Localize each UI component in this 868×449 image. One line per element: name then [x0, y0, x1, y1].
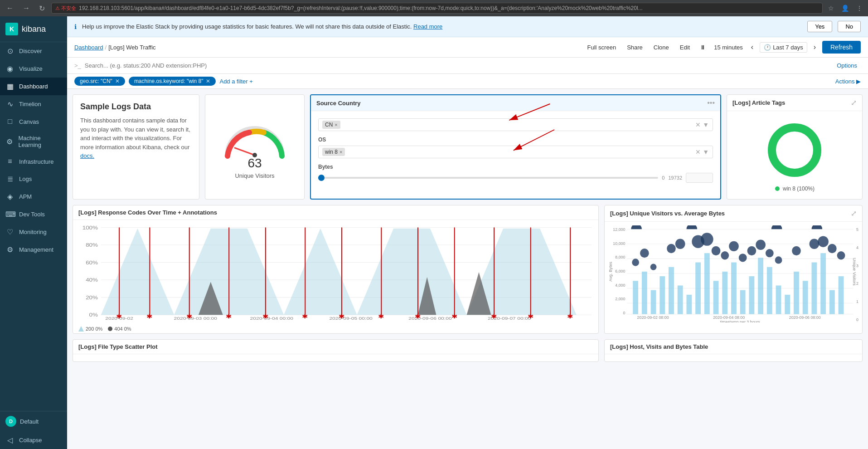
file-type-panel-header: [Logs] File Type Scatter Plot: [73, 340, 598, 354]
browser-menu-btn[interactable]: ⋮: [854, 4, 864, 13]
filter-chip-os-close[interactable]: ✕: [206, 78, 210, 84]
options-button[interactable]: Options: [833, 60, 861, 71]
article-panel-expand[interactable]: ⤢: [851, 98, 857, 107]
browser-bookmark-btn[interactable]: ☆: [826, 4, 836, 13]
os-filter-input[interactable]: [348, 149, 693, 156]
docs-link[interactable]: docs.: [80, 152, 94, 159]
svg-text:1: 1: [856, 299, 858, 304]
browser-security-warning: ⚠ 不安全: [55, 5, 76, 12]
search-input[interactable]: [85, 62, 829, 69]
no-button[interactable]: No: [838, 21, 861, 32]
sidebar-item-label: APM: [19, 193, 32, 200]
os-clear-btn[interactable]: ✕: [695, 148, 701, 156]
sidebar-item-timelion[interactable]: ∿ Timelion: [0, 95, 67, 113]
svg-text:4: 4: [856, 245, 858, 250]
pause-button[interactable]: ⏸: [697, 42, 708, 53]
sidebar-item-visualize[interactable]: ◉ Visualize: [0, 60, 67, 78]
os-dropdown-btn[interactable]: ▼: [703, 148, 709, 156]
sidebar-item-infrastructure[interactable]: ≡ Infrastructure: [0, 153, 67, 170]
source-panel-menu[interactable]: •••: [707, 99, 715, 107]
edit-button[interactable]: Edit: [676, 42, 693, 53]
bytes-input[interactable]: [686, 173, 713, 183]
donut-legend-label: win 8 (100%): [783, 185, 815, 192]
svg-text:20%: 20%: [86, 295, 98, 300]
sidebar-item-management[interactable]: ⚙ Management: [0, 241, 67, 259]
filter-chip-geo[interactable]: geo.src: "CN" ✕: [74, 77, 125, 86]
country-clear-btn[interactable]: ✕: [695, 121, 701, 128]
sidebar-item-monitoring[interactable]: ♡ Monitoring: [0, 223, 67, 241]
time-nav-next[interactable]: ›: [811, 42, 819, 52]
sidebar-user[interactable]: D Default: [0, 411, 67, 431]
sidebar-bottom: D Default ◁ Collapse: [0, 411, 67, 449]
country-filter-input[interactable]: [343, 122, 693, 128]
share-button[interactable]: Share: [623, 42, 646, 53]
sidebar-logo: K kibana: [0, 16, 67, 42]
actions-button[interactable]: Actions ▶: [835, 78, 861, 85]
sidebar-item-discover[interactable]: ⊙ Discover: [0, 42, 67, 60]
svg-text:0%: 0%: [89, 312, 98, 318]
svg-text:100%: 100%: [82, 225, 98, 230]
visitors-panel-header: [Logs] Unique Visitors vs. Average Bytes…: [605, 205, 862, 222]
svg-rect-100: [829, 290, 835, 314]
win8-tag-close[interactable]: ×: [339, 149, 342, 155]
sidebar-item-machine-learning[interactable]: ⚙ Machine Learning: [0, 130, 67, 153]
country-filter-section: CN × ✕ ▼: [318, 118, 713, 131]
svg-text:12,000: 12,000: [613, 227, 625, 232]
management-icon: ⚙: [5, 245, 15, 254]
bytes-slider-thumb[interactable]: [318, 175, 325, 181]
visitors-panel-title: [Logs] Unique Visitors vs. Average Bytes: [610, 210, 725, 217]
bytes-slider[interactable]: [318, 177, 658, 179]
browser-back-btn[interactable]: ←: [4, 3, 16, 13]
sidebar-item-logs[interactable]: ≣ Logs: [0, 170, 67, 188]
time-range-picker[interactable]: 🕐 Last 7 days: [760, 42, 807, 53]
sidebar-item-apm[interactable]: ◈ APM: [0, 188, 67, 205]
svg-text:4,000: 4,000: [615, 283, 625, 287]
os-input-row[interactable]: win 8 × ✕ ▼: [318, 146, 713, 158]
svg-point-115: [766, 249, 774, 257]
sidebar-item-canvas[interactable]: □ Canvas: [0, 113, 67, 130]
filter-chip-geo-close[interactable]: ✕: [115, 78, 120, 84]
sidebar-item-label: Visualize: [19, 65, 43, 72]
collapse-icon: ◁: [5, 436, 15, 444]
read-more-link[interactable]: Read more: [413, 23, 442, 30]
cn-tag-close[interactable]: ×: [335, 122, 337, 127]
browser-account-btn[interactable]: 👤: [839, 4, 851, 13]
clone-button[interactable]: Clone: [650, 42, 673, 53]
panel-file-type: [Logs] File Type Scatter Plot: [73, 339, 599, 362]
time-nav-prev[interactable]: ‹: [748, 42, 756, 52]
fullscreen-button[interactable]: Full screen: [584, 42, 620, 53]
visitors-panel-expand[interactable]: ⤢: [851, 209, 857, 218]
sidebar-item-label: Management: [19, 246, 53, 253]
svg-text:✱: ✱: [146, 313, 153, 319]
svg-text:✱: ✱: [528, 313, 534, 319]
sidebar-item-dashboard[interactable]: ▦ Dashboard: [0, 78, 67, 95]
svg-line-0: [235, 148, 255, 155]
monitoring-icon: ♡: [5, 228, 15, 236]
dev-tools-icon: ⌨: [5, 210, 15, 219]
scatter-chart-svg: 12,000 10,000 8,000 6,000 4,000 2,000 0 …: [608, 225, 858, 322]
country-input-row[interactable]: CN × ✕ ▼: [318, 118, 713, 131]
browser-url-bar[interactable]: ⚠ 不安全 192.168.218.103:5601/app/kibana#/d…: [51, 3, 823, 14]
sidebar-item-dev-tools[interactable]: ⌨ Dev Tools: [0, 205, 67, 223]
host-visits-panel-header: [Logs] Host, Visits and Bytes Table: [605, 340, 862, 354]
svg-text:✱: ✱: [567, 313, 573, 319]
filter-chip-os[interactable]: machine.os.keyword: "win 8" ✕: [129, 77, 216, 86]
response-chart-svg: 100% 80% 60% 40% 20% 0%: [77, 224, 595, 321]
svg-text:2,000: 2,000: [615, 297, 625, 301]
country-dropdown-btn[interactable]: ▼: [703, 121, 709, 128]
bytes-min-label: 0: [662, 175, 664, 181]
article-panel-title: [Logs] Article Tags: [732, 99, 785, 106]
os-filter-label: OS: [318, 137, 713, 143]
svg-rect-82: [669, 267, 674, 314]
add-filter-button[interactable]: Add a filter +: [219, 78, 252, 85]
sidebar-collapse-btn[interactable]: ◁ Collapse: [0, 431, 67, 449]
apm-icon: ◈: [5, 192, 15, 201]
browser-forward-btn[interactable]: →: [20, 3, 33, 13]
svg-point-114: [756, 240, 766, 250]
yes-button[interactable]: Yes: [807, 21, 832, 32]
refresh-button[interactable]: Refresh: [822, 41, 861, 54]
panel-source-country: Source Country ••• CN ×: [310, 94, 721, 200]
browser-refresh-btn[interactable]: ↻: [36, 3, 48, 14]
breadcrumb-home[interactable]: Dashboard: [74, 44, 103, 51]
svg-marker-55: [78, 326, 84, 332]
